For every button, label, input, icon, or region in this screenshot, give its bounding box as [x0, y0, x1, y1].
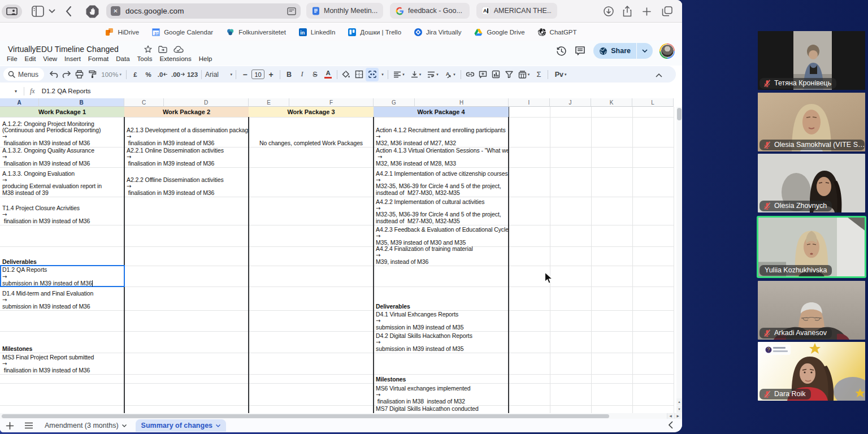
page-settings-icon[interactable] — [287, 7, 296, 15]
column-header-E[interactable]: E — [249, 98, 289, 107]
version-history-icon[interactable] — [556, 46, 567, 57]
grid-cell[interactable]: A.1.3.2. Ongoing Quality Assurance→ fina… — [1, 147, 124, 167]
grid-cell[interactable]: Action 4.1.3 Virtual Orientation Session… — [374, 147, 508, 167]
grid-cell[interactable]: Deliverables — [374, 287, 508, 310]
insert-link-button[interactable] — [463, 68, 476, 81]
scroll-left-button[interactable]: ◀ — [667, 413, 674, 419]
grid-cell[interactable]: D4.1 Virtual Exhcanges Reports→submissio… — [374, 310, 508, 331]
share-dropdown-button[interactable] — [637, 43, 653, 59]
functions-button[interactable]: Σ — [532, 68, 545, 81]
zoom-menu[interactable]: 100% ▾ — [99, 68, 124, 81]
star-icon[interactable] — [144, 45, 152, 53]
column-header-H[interactable]: H — [415, 98, 509, 107]
bookmark-item[interactable]: inLinkedIn — [299, 28, 335, 36]
all-sheets-icon[interactable] — [24, 422, 33, 429]
menu-data[interactable]: Data — [116, 55, 129, 62]
grid-cell[interactable]: MS3 Final Project Report submitted→ fina… — [1, 353, 124, 374]
merge-cells-button[interactable] — [366, 68, 379, 81]
text-color-button[interactable]: A — [322, 68, 335, 81]
menu-file[interactable]: File — [7, 55, 18, 62]
menu-extensions[interactable]: Extensions — [159, 55, 191, 62]
grid-cell[interactable]: T1.4 Project Closure Acrivities→ finalis… — [1, 197, 124, 225]
formula-value[interactable]: D1.2 QA Reports — [42, 88, 91, 94]
formula-bar[interactable]: ▾ fx D1.2 QA Reports — [0, 84, 682, 98]
insert-comment-button[interactable] — [476, 68, 489, 81]
share-page-button[interactable] — [623, 0, 632, 23]
bold-button[interactable]: B — [283, 68, 296, 81]
collapse-panel-button[interactable] — [668, 421, 673, 431]
font-size-field[interactable]: 10 — [251, 68, 264, 81]
content-blocker-extension-button[interactable] — [85, 0, 99, 23]
decrease-decimals-button[interactable]: .0 — [156, 68, 169, 81]
work-package-header[interactable]: Work Package 1 — [0, 107, 124, 117]
grid-cell[interactable]: No changes, completed Work Packages — [249, 117, 373, 147]
scroll-right-button[interactable]: ▶ — [674, 413, 681, 419]
document-title[interactable]: VirtuallyEDU Timeline Changed — [8, 45, 119, 54]
column-header-C[interactable]: C — [124, 98, 164, 107]
grid-cell[interactable]: A4.2.4 Finalization of training material… — [374, 246, 508, 266]
grid-cell[interactable]: D4.2 Digital Skills Hackathon Reports→su… — [374, 331, 508, 353]
more-formats-button[interactable]: 123 — [186, 68, 199, 81]
sidebar-toggle-button[interactable] — [32, 0, 44, 23]
font-menu[interactable]: Arial ▾ — [204, 68, 233, 81]
grid-cell[interactable]: D1.4 Mid-term and Final Evaluation→submi… — [1, 287, 124, 310]
browser-tab[interactable]: feedback - Goo... — [390, 3, 470, 19]
grid-cell[interactable]: Milestones — [374, 374, 508, 383]
new-tab-button[interactable] — [643, 0, 651, 23]
address-bar[interactable]: ✕ docs.google.com — [106, 3, 301, 19]
extension-badge-icon[interactable]: ✕ — [111, 6, 120, 16]
vertical-scrollbar-thumb[interactable] — [677, 108, 682, 120]
format-percent-button[interactable]: % — [142, 68, 155, 81]
grid-cell[interactable]: A2.2.1 Online Dissemination activities→ … — [125, 147, 248, 167]
tab-overview-button[interactable] — [662, 0, 672, 23]
participant-tile[interactable]: Arkadi Avanesov — [758, 281, 865, 340]
grid-cell[interactable]: A2.2.2 Offline Dissemination activities→… — [125, 167, 248, 197]
italic-button[interactable]: I — [296, 68, 309, 81]
menu-help[interactable]: Help — [199, 55, 212, 62]
grid-cell[interactable]: A4.2.1 Implementation of active citizens… — [374, 167, 508, 197]
text-wrap-button[interactable]: ▾ — [424, 68, 441, 81]
strikethrough-button[interactable]: S — [309, 68, 322, 81]
sidebar-chevron-button[interactable] — [49, 0, 55, 23]
redo-button[interactable] — [60, 68, 73, 81]
menu-view[interactable]: View — [43, 55, 57, 62]
participant-tile[interactable]: Yuliia Kozhukhivska — [758, 217, 865, 277]
participant-tile[interactable]: Тетяна Кронівець — [758, 31, 865, 90]
comment-icon[interactable] — [575, 46, 585, 56]
column-header-I[interactable]: I — [509, 98, 550, 107]
borders-button[interactable] — [353, 68, 366, 81]
participant-tile[interactable]: Olesia Samokhval (VITE S… — [758, 93, 865, 151]
grid-cell[interactable]: A.1.3.3. Ongoing Evaluation→producing Ex… — [1, 167, 124, 197]
account-avatar[interactable] — [659, 44, 675, 59]
grid-cell[interactable]: Milestones — [1, 331, 124, 353]
grid-cell[interactable]: A4.2.2 Implementation of cultural activi… — [374, 197, 508, 225]
column-header-K[interactable]: K — [591, 98, 632, 107]
horizontal-scrollbar-thumb[interactable] — [2, 414, 609, 418]
menu-format[interactable]: Format — [88, 55, 108, 62]
browser-tab[interactable]: AAMERICAN THE... — [476, 3, 557, 19]
decrease-font-size-button[interactable]: − — [238, 68, 251, 81]
menu-insert[interactable]: Insert — [64, 55, 81, 62]
increase-font-size-button[interactable]: + — [264, 68, 277, 81]
bookmark-item[interactable]: Google Drive — [474, 28, 524, 36]
share-button[interactable]: Share — [593, 43, 653, 59]
downloads-button[interactable] — [604, 0, 614, 23]
column-header-L[interactable]: L — [632, 98, 674, 107]
spreadsheet-grid[interactable]: ABCDEFGHIJKLWork Package 1Work Package 2… — [0, 98, 682, 413]
column-header-F[interactable]: F — [289, 98, 374, 107]
name-box-caret-icon[interactable]: ▾ — [15, 89, 17, 94]
work-package-header[interactable]: Work Package 3 — [249, 107, 374, 117]
bookmark-item[interactable]: HiDrive — [105, 28, 139, 36]
grid-cell[interactable]: A4.2.3 Feedback & Evaluation of Educatio… — [374, 225, 508, 246]
participant-tile[interactable]: Dara Roik — [758, 342, 865, 401]
column-header-G[interactable]: G — [374, 98, 415, 107]
menu-edit[interactable]: Edit — [25, 55, 36, 62]
screen-sharing-indicator[interactable] — [2, 0, 22, 23]
grid-cell[interactable]: MS7 Digital Skills Hakcathon conducted — [374, 405, 508, 413]
vertical-align-button[interactable]: ▾ — [407, 68, 424, 81]
collapse-toolbar-button[interactable] — [656, 70, 662, 80]
grid-cell[interactable]: MS6 Virtual exchanges implemented→ final… — [374, 383, 508, 405]
undo-button[interactable] — [47, 68, 60, 81]
bookmark-item[interactable]: 31Google Calendar — [152, 28, 213, 36]
work-package-header[interactable]: Work Package 4 — [374, 107, 509, 117]
